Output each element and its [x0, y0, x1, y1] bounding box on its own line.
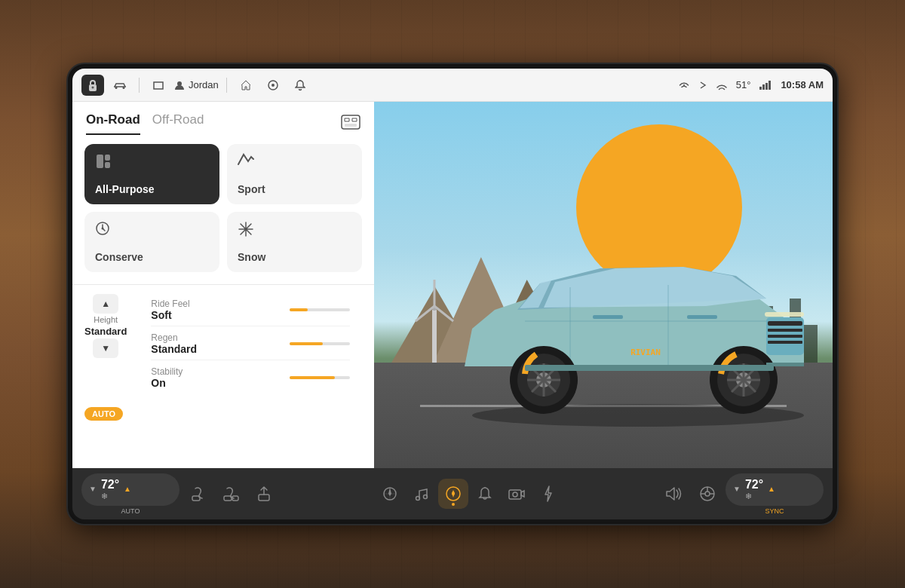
svg-rect-80 [509, 490, 521, 499]
bottom-bar: ▼ 72° ❄ ▲ AUTO [72, 468, 833, 519]
right-temp-down[interactable]: ▼ [733, 485, 741, 493]
left-climate-label: AUTO [121, 507, 140, 515]
volume-button[interactable] [659, 479, 689, 509]
ride-feel-value: Soft [151, 309, 281, 321]
tab-on-road[interactable]: On-Road [86, 112, 140, 135]
regen-info: Regen Standard [151, 332, 281, 355]
svg-point-79 [452, 492, 455, 495]
voice-button[interactable] [262, 75, 284, 96]
home-button[interactable] [235, 75, 257, 96]
svg-point-81 [513, 492, 517, 497]
ride-feel-name: Ride Feel [151, 299, 281, 309]
drive-modes-button[interactable] [438, 479, 468, 509]
music-button[interactable] [406, 479, 437, 509]
svg-rect-47 [768, 341, 802, 344]
right-temp-value: 72° [745, 478, 763, 492]
navigation-button[interactable] [375, 479, 405, 509]
height-decrease-button[interactable]: ▼ [93, 338, 118, 358]
regen-value: Standard [151, 343, 281, 355]
settings-list: Ride Feel Soft Regen Standard [139, 294, 362, 394]
svg-rect-72 [259, 495, 269, 501]
drive-mode-tabs: On-Road Off-Road [72, 102, 374, 135]
svg-point-83 [705, 492, 710, 496]
drive-panel-icon[interactable] [341, 115, 360, 133]
svg-rect-49 [593, 315, 623, 319]
left-climate-wrapper: ▼ 72° ❄ ▲ AUTO [81, 473, 179, 515]
setting-regen[interactable]: Regen Standard [151, 328, 350, 360]
svg-rect-46 [768, 335, 802, 338]
svg-rect-68 [525, 365, 774, 371]
alerts-button[interactable] [470, 479, 500, 509]
svg-rect-44 [768, 321, 802, 326]
svg-rect-12 [342, 115, 360, 129]
height-increase-button[interactable]: ▲ [93, 294, 118, 314]
regen-slider[interactable] [290, 342, 350, 345]
svg-rect-15 [105, 155, 110, 161]
left-temp-down[interactable]: ▼ [89, 485, 97, 493]
svg-rect-11 [768, 81, 771, 90]
ride-feel-info: Ride Feel Soft [151, 299, 281, 321]
regen-name: Regen [151, 332, 281, 343]
car-visual: RIVIAN [374, 102, 833, 468]
setting-ride-feel[interactable]: Ride Feel Soft [151, 294, 350, 326]
heated-steering-button[interactable] [692, 479, 722, 509]
right-climate-wrapper: ▼ 72° ❄ ▲ SYNC [726, 473, 824, 515]
user-profile[interactable]: Jordan [174, 79, 219, 90]
camera-button[interactable] [502, 479, 532, 509]
car-profile-button[interactable] [109, 75, 131, 96]
left-temp-up[interactable]: ▲ [124, 485, 131, 493]
right-temp-display: 72° ❄ [745, 478, 763, 501]
mode-sport[interactable]: Sport [227, 144, 362, 204]
ride-feel-slider[interactable] [290, 308, 350, 311]
all-purpose-label: All-Purpose [95, 183, 209, 195]
tab-off-road[interactable]: Off-Road [152, 112, 204, 135]
svg-rect-16 [105, 162, 110, 168]
divider [139, 78, 140, 93]
svg-point-18 [102, 228, 104, 230]
svg-rect-10 [765, 83, 768, 90]
mode-conserve[interactable]: Conserve [84, 212, 219, 272]
status-bar-right: 51° 10:58 AM [679, 79, 824, 90]
status-bar-left: Jordan [81, 75, 311, 96]
status-bar: Jordan [72, 69, 833, 102]
bluetooth-icon [698, 80, 707, 90]
car-door-button[interactable] [147, 75, 170, 96]
stability-info: Stability On [151, 366, 281, 389]
snow-icon [238, 221, 351, 241]
panel-divider-1 [72, 284, 374, 285]
svg-rect-9 [762, 84, 765, 90]
height-value: Standard [84, 326, 127, 337]
seat-ventilation-button[interactable] [249, 479, 279, 509]
charge-button[interactable] [533, 479, 563, 509]
stability-slider[interactable] [290, 376, 350, 379]
auto-badge-button[interactable]: AUTO [84, 407, 123, 421]
mode-snow[interactable]: Snow [227, 212, 362, 272]
left-temp-display: 72° ❄ [101, 478, 119, 501]
heated-seat-driver-button[interactable] [183, 479, 213, 509]
screen: Jordan [72, 69, 833, 519]
svg-rect-13 [345, 124, 357, 127]
conserve-icon [95, 221, 209, 240]
svg-rect-48 [765, 312, 804, 317]
lock-button[interactable] [81, 75, 104, 96]
notifications-button[interactable] [289, 75, 311, 96]
wifi-indicator [679, 80, 689, 90]
right-temp-up[interactable]: ▲ [768, 485, 775, 493]
height-control: ▲ Height Standard ▼ [84, 294, 127, 358]
auto-section: AUTO [72, 400, 374, 431]
user-name: Jordan [189, 79, 219, 90]
divider2 [226, 78, 227, 93]
svg-point-1 [92, 86, 94, 88]
right-climate-control[interactable]: ▼ 72° ❄ ▲ [726, 473, 824, 506]
heated-rear-seat-button[interactable] [216, 479, 246, 509]
left-climate-control[interactable]: ▼ 72° ❄ ▲ [81, 473, 179, 506]
signal-bars [759, 81, 772, 90]
screen-bezel: Jordan [68, 64, 837, 524]
svg-point-19 [244, 228, 247, 231]
svg-point-77 [424, 495, 428, 499]
setting-stability[interactable]: Stability On [151, 362, 350, 394]
svg-rect-50 [687, 315, 717, 319]
car-surround: Jordan [0, 0, 905, 588]
mode-all-purpose[interactable]: All-Purpose [84, 144, 219, 204]
clock-display: 10:58 AM [781, 79, 824, 90]
